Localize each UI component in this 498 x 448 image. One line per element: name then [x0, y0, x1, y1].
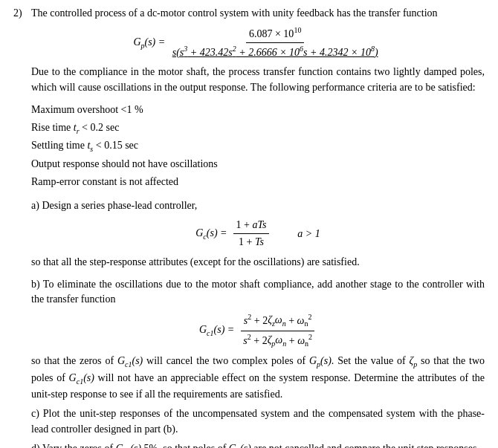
part-c-text: c) Plot the unit-step responses of the u… — [31, 406, 485, 437]
gc1-numerator: s2 + 2ζzωn + ωn2 — [241, 312, 315, 331]
gp-denominator: s(s3 + 423.42s2 + 2.6666 × 106s + 4.2342… — [169, 43, 381, 60]
gc-fraction: 1 + aTs 1 + Ts — [233, 218, 270, 250]
gc1-label: Gc1(s) = — [199, 322, 234, 339]
gc-condition: a > 1 — [297, 227, 320, 241]
gc1-fraction: s2 + 2ζzωn + ωn2 s2 + 2ζpωn + ωn2 — [240, 312, 315, 350]
criteria-item-2: Rise time tr < 0.2 sec — [31, 119, 485, 137]
para1-text: Due to the compliance in the motor shaft… — [31, 65, 485, 95]
part-a-label: a) Design a series phase-lead controller… — [31, 198, 485, 213]
gp-label: Gp(s) = — [133, 36, 167, 48]
gc1-denominator: s2 + 2ζpωn + ωn2 — [240, 331, 315, 350]
gc1-equation: Gc1(s) = s2 + 2ζzωn + ωn2 s2 + 2ζpωn + ω… — [31, 312, 485, 350]
intro-text: The controlled process of a dc-motor con… — [31, 6, 485, 21]
problem-container: 2) The controlled process of a dc-motor … — [13, 6, 485, 448]
gc-numerator: 1 + aTs — [233, 218, 270, 234]
part-d-text: d) Vary the zeros of Gc1(s) 5%, so that … — [31, 441, 485, 448]
gc-denominator: 1 + Ts — [236, 234, 267, 250]
part-b-text: so that the zeros of Gc1(s) will cancel … — [31, 354, 485, 402]
gc-equation: Gc(s) = 1 + aTs 1 + Ts a > 1 — [31, 218, 485, 250]
gc-label: Gc(s) = — [195, 226, 227, 242]
problem-number: 2) — [13, 6, 27, 448]
criteria-item-4: Output response should not have oscillat… — [31, 155, 485, 173]
criteria-item-5: Ramp-error constant is not affected — [31, 173, 485, 191]
criteria-item-1: Maximum overshoot <1 % — [31, 101, 485, 119]
criteria-item-3: Settling time ts < 0.15 sec — [31, 137, 485, 155]
gp-fraction: 6.087 × 1010 s(s3 + 423.42s2 + 2.6666 × … — [169, 25, 381, 60]
problem-content: The controlled process of a dc-motor con… — [31, 6, 485, 448]
part-a-text: so that all the step-response attributes… — [31, 255, 485, 270]
criteria-list: Maximum overshoot <1 % Rise time tr < 0.… — [31, 101, 485, 191]
part-b-label: b) To eliminate the oscillations due to … — [31, 277, 485, 308]
intro-span: The controlled process of a dc-motor con… — [31, 7, 438, 19]
gp-equation: Gp(s) = 6.087 × 1010 s(s3 + 423.42s2 + 2… — [31, 25, 485, 60]
gp-numerator: 6.087 × 1010 — [246, 25, 304, 43]
